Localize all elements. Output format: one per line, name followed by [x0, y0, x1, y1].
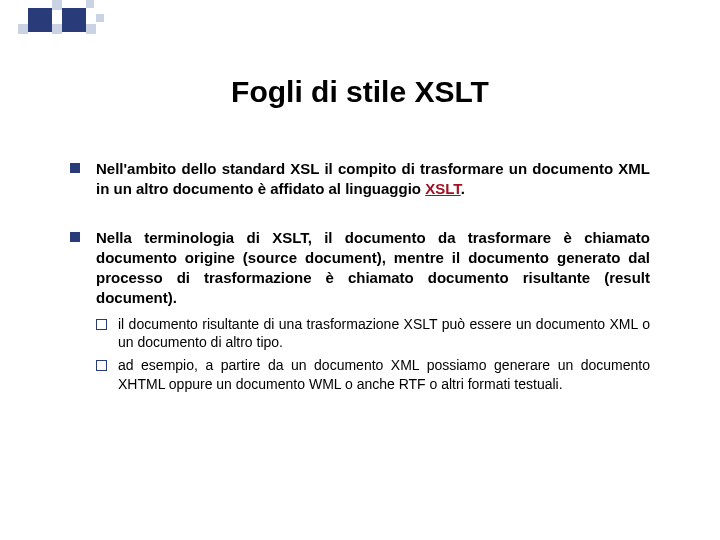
slide-content: Fogli di stile XSLT Nell'ambito dello st…: [0, 0, 720, 540]
bullet-list: Nell'ambito dello standard XSL il compit…: [70, 159, 650, 394]
bullet-item: Nella terminologia di XSLT, il documento…: [70, 228, 650, 395]
slide-title: Fogli di stile XSLT: [70, 75, 650, 109]
bullet-text-post: .: [461, 180, 465, 197]
bullet-text: Nella terminologia di XSLT, il documento…: [96, 229, 650, 307]
sub-list: il documento risultante di una trasforma…: [96, 315, 650, 395]
sub-item: ad esempio, a partire da un documento XM…: [96, 356, 650, 394]
bullet-item: Nell'ambito dello standard XSL il compit…: [70, 159, 650, 200]
sub-item: il documento risultante di una trasforma…: [96, 315, 650, 353]
emphasis-xslt: XSLT: [425, 180, 461, 197]
bullet-text-pre: Nell'ambito dello standard XSL il compit…: [96, 160, 650, 197]
